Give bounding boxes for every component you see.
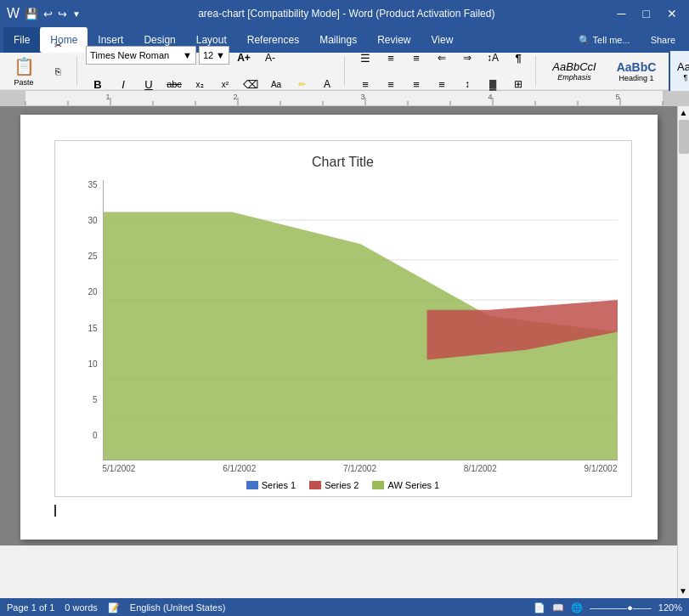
maximize-button[interactable]: □ — [638, 5, 655, 22]
sort-button[interactable]: ↕A — [481, 46, 505, 70]
y-label-35: 35 — [88, 180, 97, 189]
menu-file[interactable]: File — [3, 27, 40, 53]
paste-button[interactable]: 📋Paste — [5, 50, 42, 93]
status-left: Page 1 of 1 0 words 📝 English (United St… — [7, 602, 225, 613]
cursor-line — [54, 504, 624, 517]
svg-rect-0 — [0, 91, 25, 106]
style-heading1-preview: AaBbC — [617, 60, 657, 74]
cut-button[interactable]: ✂ — [46, 34, 70, 58]
legend-series1: Series 1 — [246, 480, 296, 490]
font-name-arrow: ▼ — [183, 50, 192, 60]
bullets-button[interactable]: ☰ — [353, 46, 377, 70]
legend-color-series1 — [246, 481, 258, 489]
chart-container: Chart Title 35 30 25 20 15 10 5 0 — [54, 140, 632, 497]
svg-rect-2 — [25, 91, 663, 106]
style-normal[interactable]: AaBbCcI ¶ Normal — [669, 49, 689, 93]
y-axis: 35 30 25 20 15 10 5 0 — [69, 180, 103, 461]
x-label-5: 9/1/2002 — [585, 464, 618, 473]
chart-area: 35 30 25 20 15 10 5 0 — [69, 180, 618, 461]
status-right: 📄 📖 🌐 ————●—— 120% — [534, 602, 682, 613]
style-heading1[interactable]: AaBbC Heading 1 — [607, 49, 666, 93]
y-label-15: 15 — [88, 324, 97, 333]
close-button[interactable]: ✕ — [662, 5, 682, 22]
status-bar: Page 1 of 1 0 words 📝 English (United St… — [0, 598, 689, 616]
y-label-5: 5 — [93, 395, 98, 404]
quick-dropdown[interactable]: ▼ — [72, 9, 81, 19]
svg-text:3: 3 — [360, 93, 364, 101]
y-label-20: 20 — [88, 287, 97, 297]
font-name-dropdown[interactable]: Times New Roman ▼ — [86, 46, 196, 65]
ribbon: 📋Paste ✂ ⎘ 🖌 Times New Roman ▼ 12 ▼ A+ — [0, 53, 689, 91]
page-info: Page 1 of 1 — [7, 602, 54, 613]
quick-save[interactable]: 💾 — [25, 8, 38, 20]
svg-text:5: 5 — [615, 93, 619, 101]
font-size-value: 12 — [203, 50, 213, 60]
chart-title: Chart Title — [69, 155, 618, 170]
legend-color-awseries1 — [372, 481, 384, 489]
ribbon-row1: 📋Paste ✂ ⎘ 🖌 Times New Roman ▼ 12 ▼ A+ — [0, 53, 689, 90]
title-bar-left: W 💾 ↩ ↪ ▼ — [7, 6, 81, 21]
text-cursor — [54, 505, 56, 517]
legend-label-series2: Series 2 — [325, 480, 359, 490]
y-label-25: 25 — [88, 251, 97, 261]
document-area: Chart Title 35 30 25 20 15 10 5 0 — [0, 106, 689, 598]
copy-button[interactable]: ⎘ — [46, 59, 70, 83]
view-print-btn[interactable]: 📄 — [534, 602, 545, 613]
minimize-button[interactable]: ─ — [613, 5, 631, 22]
legend-awseries1: AW Series 1 — [372, 480, 439, 490]
scroll-down-button[interactable]: ▼ — [677, 585, 689, 597]
app-title: area-chart [Compatibility Mode] - Word (… — [81, 8, 613, 20]
style-emphasis[interactable]: AaBbCcI Emphasis — [545, 49, 604, 93]
quick-undo[interactable]: ↩ — [43, 8, 53, 20]
view-read-btn[interactable]: 📖 — [552, 602, 564, 613]
page: Chart Title 35 30 25 20 15 10 5 0 — [20, 115, 658, 540]
zoom-slider[interactable]: ————●—— — [590, 602, 652, 613]
scroll-up-button[interactable]: ▲ — [678, 106, 689, 119]
view-web-btn[interactable]: 🌐 — [571, 602, 583, 613]
svg-rect-1 — [663, 91, 689, 106]
svg-text:1: 1 — [105, 93, 110, 101]
font-name-value: Times New Roman — [90, 50, 169, 60]
y-label-10: 10 — [88, 359, 97, 369]
y-label-0: 0 — [93, 431, 98, 440]
title-bar-right: ─ □ ✕ — [613, 5, 682, 22]
x-label-4: 8/1/2002 — [464, 464, 497, 473]
y-label-30: 30 — [88, 216, 97, 225]
font-size-increase[interactable]: A+ — [232, 46, 256, 70]
scrollbar-vertical[interactable]: ▲ ▼ — [677, 106, 689, 598]
quick-redo[interactable]: ↪ — [58, 8, 67, 20]
legend-label-series1: Series 1 — [262, 480, 296, 490]
x-label-1: 5/1/2002 — [103, 464, 136, 473]
legend-color-series2 — [309, 481, 321, 489]
multilevel-button[interactable]: ≡ — [404, 46, 428, 70]
numbering-button[interactable]: ≡ — [379, 46, 403, 70]
doc-scroll-area[interactable]: Chart Title 35 30 25 20 15 10 5 0 — [0, 106, 677, 545]
zoom-level: 120% — [658, 602, 682, 613]
scroll-thumb[interactable] — [679, 120, 689, 154]
increase-indent-button[interactable]: ⇒ — [455, 46, 479, 70]
chart-plot — [103, 180, 618, 461]
x-label-3: 7/1/2002 — [343, 464, 376, 473]
style-emphasis-label: Emphasis — [557, 73, 591, 82]
font-size-decrease[interactable]: A- — [258, 46, 282, 70]
style-normal-preview: AaBbCcI — [677, 60, 689, 73]
title-bar: W 💾 ↩ ↪ ▼ area-chart [Compatibility Mode… — [0, 0, 689, 27]
svg-text:2: 2 — [233, 93, 237, 101]
svg-text:4: 4 — [488, 93, 492, 101]
ruler: 1 2 3 4 5 — [0, 91, 689, 106]
style-heading1-label: Heading 1 — [618, 74, 653, 82]
chart-legend: Series 1 Series 2 AW Series 1 — [69, 480, 618, 490]
language: English (United States) — [130, 602, 226, 613]
word-count: 0 words — [65, 602, 98, 613]
font-size-arrow: ▼ — [216, 50, 225, 60]
legend-label-awseries1: AW Series 1 — [387, 480, 439, 490]
font-size-dropdown[interactable]: 12 ▼ — [199, 46, 229, 65]
legend-series2: Series 2 — [309, 480, 359, 490]
word-icon: W — [7, 6, 20, 21]
proofing-icon: 📝 — [108, 602, 120, 613]
style-emphasis-preview: AaBbCcI — [552, 60, 596, 73]
decrease-indent-button[interactable]: ⇐ — [430, 46, 454, 70]
x-axis-labels: 5/1/2002 6/1/2002 7/1/2002 8/1/2002 9/1/… — [69, 464, 618, 473]
show-marks-button[interactable]: ¶ — [506, 46, 530, 70]
x-label-2: 6/1/2002 — [223, 464, 256, 473]
